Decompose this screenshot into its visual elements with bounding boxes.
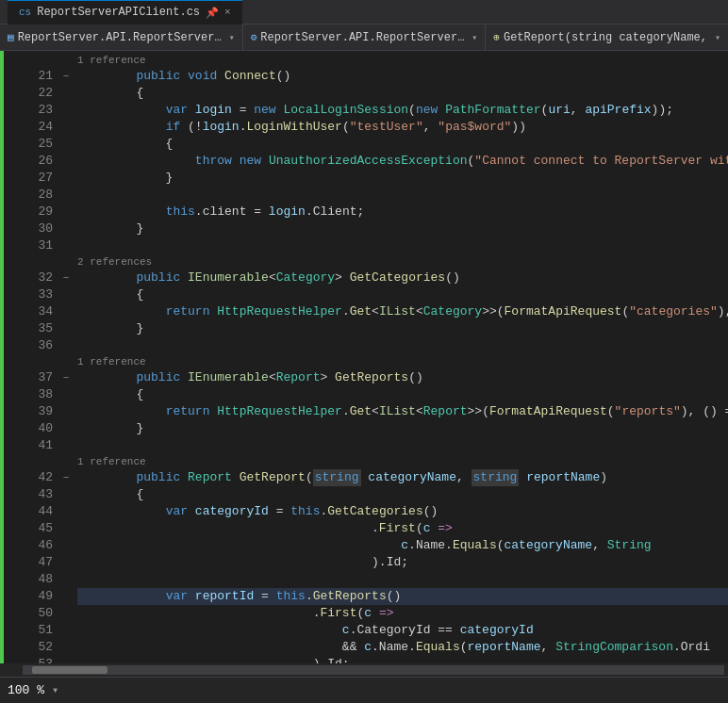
- code-line-24: if (!login.LoginWithUser("testUser", "pa…: [77, 119, 728, 136]
- horizontal-scrollbar[interactable]: [0, 663, 728, 677]
- ref-label-row-32: 2 references: [77, 254, 728, 270]
- fold-37[interactable]: −: [58, 369, 74, 386]
- ref-2: 2 references: [77, 254, 152, 270]
- title-bar: cs ReportServerAPIClient.cs 📌 ×: [0, 0, 728, 25]
- code-line-46: c.Name.Equals(categoryName, String: [77, 537, 728, 554]
- code-line-42: public Report GetReport(string categoryN…: [77, 469, 728, 486]
- ref-label-row: 1 reference: [77, 53, 728, 68]
- ref-4: 1 reference: [77, 454, 146, 469]
- namespace-text: ReportServer.API.ReportServerAPIDemo: [18, 31, 225, 44]
- code-editor: 21 22 23 24 25 26 27 28 29 30 31 32 33 3…: [0, 51, 728, 677]
- code-line-21: public void Connect(): [77, 68, 728, 85]
- class-dropdown[interactable]: ⚙ ReportServer.API.ReportServerAPIDemo ▾: [243, 25, 487, 51]
- code-line-23: var login = new LocalLoginSession(new Pa…: [77, 102, 728, 119]
- class-icon: ⚙: [251, 31, 257, 43]
- ref-label-1: [19, 53, 53, 68]
- ref-1: 1 reference: [77, 53, 146, 68]
- ref-label-row-37: 1 reference: [77, 354, 728, 369]
- code-line-44: var categoryId = this.GetCategories(): [77, 503, 728, 520]
- code-line-35: }: [77, 320, 728, 337]
- code-line-31: [77, 237, 728, 254]
- code-line-39: return HttpRequestHelper.Get<IList<Repor…: [77, 403, 728, 420]
- code-line-26: throw new UnauthorizedAccessException("C…: [77, 153, 728, 170]
- line-numbers: 21 22 23 24 25 26 27 28 29 30 31 32 33 3…: [19, 51, 58, 677]
- method-icon: ⊕: [493, 31, 500, 43]
- code-line-43: {: [77, 486, 728, 503]
- left-gutter: [0, 51, 19, 677]
- code-line-36: [77, 337, 728, 354]
- namespace-chevron: ▾: [229, 32, 235, 43]
- method-dropdown[interactable]: ⊕ GetReport(string categoryName, ▾: [486, 25, 728, 51]
- class-text: ReportServer.API.ReportServerAPIDemo: [260, 31, 468, 44]
- method-chevron: ▾: [715, 32, 720, 43]
- code-line-49: var reportId = this.GetReports(): [77, 588, 728, 605]
- scroll-thumb-h[interactable]: [32, 666, 108, 674]
- zoom-level: 100 %: [8, 683, 44, 697]
- class-chevron: ▾: [472, 32, 477, 43]
- code-line-38: {: [77, 386, 728, 403]
- code-line-33: {: [77, 286, 728, 303]
- code-line-28: [77, 187, 728, 204]
- change-indicator: [0, 51, 4, 677]
- code-line-47: ).Id;: [77, 554, 728, 571]
- zoom-dropdown[interactable]: ▾: [52, 683, 58, 697]
- ref-label-row-42: 1 reference: [77, 454, 728, 469]
- fold-21[interactable]: −: [58, 68, 74, 85]
- code-line-50: .First(c =>: [77, 605, 728, 622]
- code-line-41: [77, 437, 728, 454]
- code-line-37: public IEnumerable<Report> GetReports(): [77, 369, 728, 386]
- method-text: GetReport(string categoryName,: [504, 31, 707, 44]
- code-line-45: .First(c =>: [77, 520, 728, 537]
- code-line-52: && c.Name.Equals(reportName, StringCompa…: [77, 639, 728, 656]
- status-bottom-bar: 100 % ▾: [0, 677, 728, 703]
- ref-3: 1 reference: [77, 354, 146, 369]
- fold-42[interactable]: −: [58, 469, 74, 486]
- file-icon: cs: [19, 7, 31, 18]
- close-icon[interactable]: ×: [224, 7, 231, 18]
- namespace-dropdown[interactable]: ▤ ReportServer.API.ReportServerAPIDemo ▾: [0, 25, 243, 51]
- fold-32[interactable]: −: [58, 270, 74, 286]
- code-content[interactable]: 1 reference public void Connect() { var …: [74, 51, 728, 677]
- tab-title: ReportServerAPIClient.cs: [37, 6, 200, 19]
- pin-icon[interactable]: 📌: [206, 7, 219, 19]
- scroll-track-h[interactable]: [23, 665, 724, 675]
- code-line-32: public IEnumerable<Category> GetCategori…: [77, 270, 728, 286]
- code-line-29: this.client = login.Client;: [77, 204, 728, 221]
- code-line-22: {: [77, 85, 728, 102]
- code-line-34: return HttpRequestHelper.Get<IList<Categ…: [77, 303, 728, 320]
- code-line-25: {: [77, 136, 728, 153]
- code-line-51: c.CategoryId == categoryId: [77, 622, 728, 639]
- code-line-48: [77, 571, 728, 588]
- code-line-30: }: [77, 221, 728, 237]
- nav-bar: ▤ ReportServer.API.ReportServerAPIDemo ▾…: [0, 25, 728, 51]
- code-line-40: }: [77, 420, 728, 437]
- code-line-27: }: [77, 170, 728, 187]
- file-tab[interactable]: cs ReportServerAPIClient.cs 📌 ×: [8, 0, 242, 25]
- namespace-icon: ▤: [8, 31, 14, 43]
- fold-controls: − − − −: [58, 51, 74, 677]
